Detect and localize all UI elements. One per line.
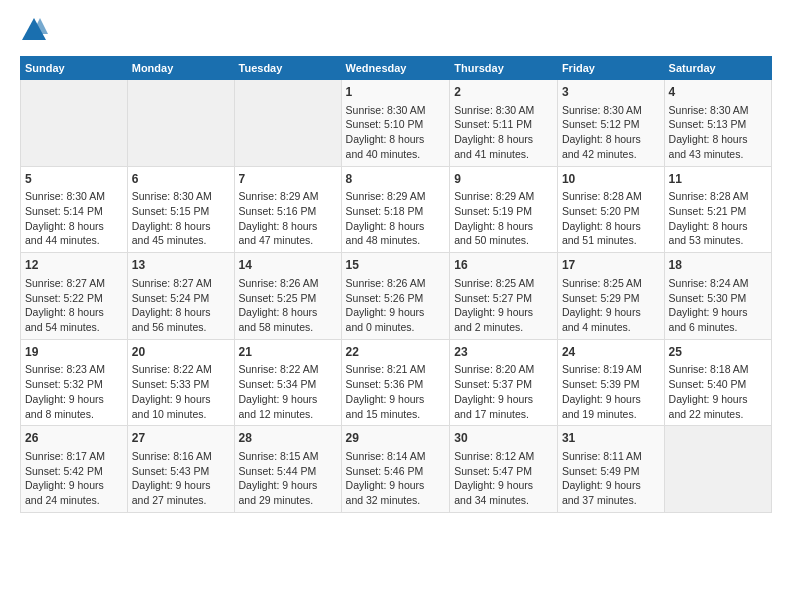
day-info: Sunrise: 8:26 AM	[239, 276, 337, 291]
day-info: Sunrise: 8:28 AM	[562, 189, 660, 204]
calendar-cell: 24Sunrise: 8:19 AMSunset: 5:39 PMDayligh…	[557, 339, 664, 426]
day-info: Daylight: 9 hours	[346, 392, 446, 407]
day-info: and 24 minutes.	[25, 493, 123, 508]
day-info: Daylight: 9 hours	[669, 392, 767, 407]
calendar-cell: 8Sunrise: 8:29 AMSunset: 5:18 PMDaylight…	[341, 166, 450, 253]
day-info: Sunrise: 8:11 AM	[562, 449, 660, 464]
day-info: Sunset: 5:43 PM	[132, 464, 230, 479]
day-info: Sunrise: 8:24 AM	[669, 276, 767, 291]
day-info: Daylight: 9 hours	[454, 392, 553, 407]
day-info: Sunrise: 8:29 AM	[239, 189, 337, 204]
calendar-cell: 6Sunrise: 8:30 AMSunset: 5:15 PMDaylight…	[127, 166, 234, 253]
calendar-cell: 31Sunrise: 8:11 AMSunset: 5:49 PMDayligh…	[557, 426, 664, 513]
day-info: Sunrise: 8:18 AM	[669, 362, 767, 377]
day-info: and 48 minutes.	[346, 233, 446, 248]
day-info: Sunrise: 8:30 AM	[132, 189, 230, 204]
day-info: Sunrise: 8:27 AM	[132, 276, 230, 291]
day-info: Sunset: 5:21 PM	[669, 204, 767, 219]
day-info: Sunset: 5:33 PM	[132, 377, 230, 392]
day-number: 30	[454, 430, 553, 447]
calendar-cell: 16Sunrise: 8:25 AMSunset: 5:27 PMDayligh…	[450, 253, 558, 340]
calendar-table: SundayMondayTuesdayWednesdayThursdayFrid…	[20, 56, 772, 513]
day-info: Daylight: 9 hours	[239, 392, 337, 407]
day-info: Sunset: 5:22 PM	[25, 291, 123, 306]
day-info: and 29 minutes.	[239, 493, 337, 508]
day-info: and 8 minutes.	[25, 407, 123, 422]
calendar-cell: 22Sunrise: 8:21 AMSunset: 5:36 PMDayligh…	[341, 339, 450, 426]
day-info: Sunset: 5:11 PM	[454, 117, 553, 132]
day-number: 21	[239, 344, 337, 361]
day-info: and 41 minutes.	[454, 147, 553, 162]
day-info: and 2 minutes.	[454, 320, 553, 335]
day-info: and 50 minutes.	[454, 233, 553, 248]
day-info: Sunset: 5:27 PM	[454, 291, 553, 306]
day-number: 15	[346, 257, 446, 274]
day-info: Sunrise: 8:20 AM	[454, 362, 553, 377]
day-number: 8	[346, 171, 446, 188]
day-info: Daylight: 9 hours	[346, 305, 446, 320]
calendar-week-row: 26Sunrise: 8:17 AMSunset: 5:42 PMDayligh…	[21, 426, 772, 513]
day-info: and 19 minutes.	[562, 407, 660, 422]
page-header	[20, 16, 772, 44]
day-info: Sunrise: 8:27 AM	[25, 276, 123, 291]
day-number: 3	[562, 84, 660, 101]
day-info: Sunset: 5:49 PM	[562, 464, 660, 479]
day-info: Daylight: 9 hours	[454, 305, 553, 320]
day-info: Daylight: 8 hours	[132, 305, 230, 320]
day-info: Sunset: 5:24 PM	[132, 291, 230, 306]
day-info: Sunrise: 8:23 AM	[25, 362, 123, 377]
day-number: 27	[132, 430, 230, 447]
day-number: 2	[454, 84, 553, 101]
day-info: and 6 minutes.	[669, 320, 767, 335]
day-number: 20	[132, 344, 230, 361]
day-number: 18	[669, 257, 767, 274]
day-number: 13	[132, 257, 230, 274]
day-info: and 43 minutes.	[669, 147, 767, 162]
calendar-cell: 14Sunrise: 8:26 AMSunset: 5:25 PMDayligh…	[234, 253, 341, 340]
calendar-week-row: 12Sunrise: 8:27 AMSunset: 5:22 PMDayligh…	[21, 253, 772, 340]
day-info: and 56 minutes.	[132, 320, 230, 335]
day-info: and 4 minutes.	[562, 320, 660, 335]
weekday-header-monday: Monday	[127, 57, 234, 80]
day-info: Daylight: 9 hours	[132, 478, 230, 493]
calendar-cell: 15Sunrise: 8:26 AMSunset: 5:26 PMDayligh…	[341, 253, 450, 340]
day-info: Sunrise: 8:17 AM	[25, 449, 123, 464]
day-info: Daylight: 8 hours	[562, 219, 660, 234]
day-number: 7	[239, 171, 337, 188]
day-number: 14	[239, 257, 337, 274]
day-info: Daylight: 8 hours	[562, 132, 660, 147]
calendar-cell: 7Sunrise: 8:29 AMSunset: 5:16 PMDaylight…	[234, 166, 341, 253]
calendar-week-row: 5Sunrise: 8:30 AMSunset: 5:14 PMDaylight…	[21, 166, 772, 253]
day-info: Daylight: 9 hours	[454, 478, 553, 493]
day-info: Daylight: 8 hours	[25, 305, 123, 320]
day-info: Daylight: 8 hours	[25, 219, 123, 234]
day-info: Sunset: 5:18 PM	[346, 204, 446, 219]
day-info: Daylight: 9 hours	[239, 478, 337, 493]
calendar-header-row: SundayMondayTuesdayWednesdayThursdayFrid…	[21, 57, 772, 80]
day-number: 19	[25, 344, 123, 361]
day-number: 10	[562, 171, 660, 188]
day-info: and 15 minutes.	[346, 407, 446, 422]
day-info: Sunset: 5:42 PM	[25, 464, 123, 479]
day-info: and 17 minutes.	[454, 407, 553, 422]
calendar-cell: 9Sunrise: 8:29 AMSunset: 5:19 PMDaylight…	[450, 166, 558, 253]
day-info: and 27 minutes.	[132, 493, 230, 508]
day-info: Daylight: 9 hours	[562, 392, 660, 407]
calendar-week-row: 19Sunrise: 8:23 AMSunset: 5:32 PMDayligh…	[21, 339, 772, 426]
day-info: Daylight: 9 hours	[562, 305, 660, 320]
day-info: Sunset: 5:14 PM	[25, 204, 123, 219]
day-info: Sunrise: 8:30 AM	[346, 103, 446, 118]
calendar-cell: 1Sunrise: 8:30 AMSunset: 5:10 PMDaylight…	[341, 80, 450, 167]
calendar-cell: 23Sunrise: 8:20 AMSunset: 5:37 PMDayligh…	[450, 339, 558, 426]
day-info: and 32 minutes.	[346, 493, 446, 508]
day-number: 29	[346, 430, 446, 447]
day-number: 6	[132, 171, 230, 188]
day-info: and 53 minutes.	[669, 233, 767, 248]
day-info: and 34 minutes.	[454, 493, 553, 508]
day-info: Daylight: 9 hours	[25, 478, 123, 493]
day-info: Sunset: 5:16 PM	[239, 204, 337, 219]
day-info: Sunset: 5:26 PM	[346, 291, 446, 306]
calendar-cell: 26Sunrise: 8:17 AMSunset: 5:42 PMDayligh…	[21, 426, 128, 513]
calendar-cell: 5Sunrise: 8:30 AMSunset: 5:14 PMDaylight…	[21, 166, 128, 253]
day-info: Sunrise: 8:25 AM	[562, 276, 660, 291]
